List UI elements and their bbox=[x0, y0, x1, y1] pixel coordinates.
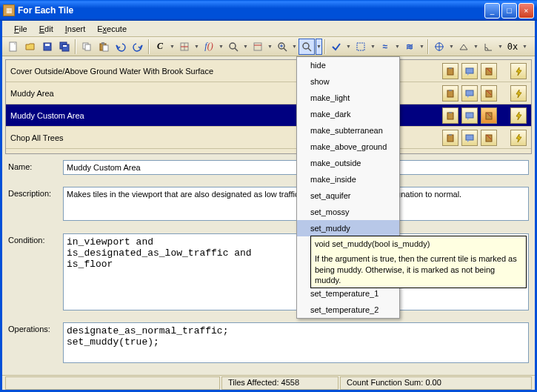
save-icon[interactable] bbox=[39, 39, 56, 55]
menu-execute[interactable]: Execute bbox=[91, 23, 133, 35]
flag-icon[interactable] bbox=[481, 85, 497, 102]
fx-icon[interactable]: f() bbox=[201, 39, 217, 55]
dropdown-item[interactable]: set_aquifer bbox=[297, 187, 399, 204]
angle-dropdown[interactable]: ▼ bbox=[497, 39, 504, 55]
open-icon[interactable] bbox=[22, 39, 39, 55]
slope-icon[interactable] bbox=[456, 39, 472, 55]
region-dropdown[interactable]: ▼ bbox=[370, 39, 376, 55]
maximize-button[interactable]: □ bbox=[501, 3, 517, 19]
check-icon[interactable] bbox=[328, 39, 344, 55]
svg-rect-41 bbox=[486, 113, 492, 119]
lightning-icon[interactable] bbox=[510, 130, 527, 146]
lightning-icon[interactable] bbox=[510, 85, 527, 102]
slope-dropdown[interactable]: ▼ bbox=[473, 39, 479, 55]
operations-input[interactable] bbox=[63, 322, 529, 363]
lightning-icon[interactable] bbox=[510, 107, 527, 124]
list-row[interactable]: Muddy Area bbox=[6, 82, 531, 104]
list-row[interactable]: Muddy Custom Area bbox=[6, 104, 531, 127]
zoom-plus-icon[interactable] bbox=[274, 39, 290, 55]
svg-line-15 bbox=[235, 48, 238, 51]
minimize-button[interactable]: _ bbox=[484, 3, 500, 19]
svg-rect-16 bbox=[254, 43, 261, 50]
dropdown-item[interactable]: make_outside bbox=[297, 155, 399, 171]
svg-rect-28 bbox=[447, 68, 453, 75]
target-icon[interactable] bbox=[431, 39, 447, 55]
flag-icon[interactable] bbox=[481, 63, 497, 79]
tilde-eq-dropdown[interactable]: ▼ bbox=[418, 39, 425, 55]
region-icon[interactable] bbox=[353, 39, 369, 55]
c-icon[interactable]: C bbox=[152, 39, 168, 55]
menu-file[interactable]: File bbox=[8, 23, 33, 35]
svg-rect-33 bbox=[447, 90, 453, 97]
tilde-icon[interactable]: ≈ bbox=[377, 39, 393, 55]
svg-rect-7 bbox=[85, 44, 90, 50]
svg-rect-38 bbox=[447, 113, 453, 119]
dropdown-item[interactable]: show bbox=[297, 73, 399, 90]
operations-label: Operations: bbox=[8, 322, 59, 333]
dropdown-item[interactable]: make_inside bbox=[297, 171, 399, 187]
dropdown-item[interactable]: make_above_ground bbox=[297, 139, 399, 155]
svg-point-22 bbox=[303, 43, 309, 49]
flag-icon[interactable] bbox=[481, 107, 497, 124]
magnify-dropdown[interactable]: ▼ bbox=[242, 39, 249, 55]
magnify-icon[interactable] bbox=[225, 39, 241, 55]
constant-icon[interactable] bbox=[250, 39, 266, 55]
dropdown-item[interactable]: set_temperature_2 bbox=[297, 302, 399, 318]
window-content: File Edit Insert Execute C ▼ ▼ f() ▼ ▼ ▼… bbox=[0, 21, 537, 392]
svg-rect-10 bbox=[103, 45, 108, 51]
copy-icon[interactable] bbox=[79, 39, 95, 55]
dropdown-item[interactable]: make_subterranean bbox=[297, 122, 399, 139]
toolbar: C ▼ ▼ f() ▼ ▼ ▼ ▼ ▼ ▼ ▼ ≈ ▼ ≋ ▼ ▼ ▼ ▼ 0x… bbox=[2, 37, 535, 56]
lightning-icon[interactable] bbox=[510, 63, 527, 79]
saveall-icon[interactable] bbox=[56, 39, 73, 55]
app-icon: ▦ bbox=[3, 4, 15, 16]
condition-label: Condition: bbox=[8, 233, 59, 245]
svg-rect-24 bbox=[357, 43, 364, 50]
dropdown-item[interactable]: hide bbox=[297, 57, 399, 73]
list-row[interactable]: Chop All Trees bbox=[6, 127, 531, 149]
insert-row-dropdown[interactable]: ▼ bbox=[193, 39, 200, 55]
svg-rect-35 bbox=[466, 90, 473, 96]
chat-icon[interactable] bbox=[461, 130, 478, 146]
flag-icon[interactable] bbox=[481, 130, 497, 146]
statusbar: Tiles Affected: 4558 Count Function Sum:… bbox=[2, 375, 535, 390]
status-count: Count Function Sum: 0.00 bbox=[340, 376, 532, 390]
svg-rect-2 bbox=[45, 44, 50, 46]
menu-edit[interactable]: Edit bbox=[33, 23, 59, 35]
dropdown-item[interactable]: make_dark bbox=[297, 106, 399, 122]
zoom-plus-dropdown[interactable]: ▼ bbox=[291, 39, 298, 55]
redo-icon[interactable] bbox=[130, 39, 146, 55]
undo-icon[interactable] bbox=[113, 39, 129, 55]
magnify2-dropdown[interactable]: ▼ bbox=[316, 39, 322, 55]
chat-icon[interactable] bbox=[461, 107, 478, 124]
dropdown-item[interactable]: set_mossy bbox=[297, 204, 399, 220]
menu-insert[interactable]: Insert bbox=[59, 23, 92, 35]
status-empty bbox=[5, 376, 220, 390]
insert-row-icon[interactable] bbox=[176, 39, 193, 55]
paste-icon[interactable] bbox=[96, 39, 112, 55]
tooltip: void set_muddy(bool is_muddy) If the arg… bbox=[310, 236, 527, 288]
svg-point-14 bbox=[230, 43, 236, 49]
magnify2-icon[interactable] bbox=[298, 39, 315, 55]
clipboard-icon[interactable] bbox=[442, 85, 458, 102]
clipboard-icon[interactable] bbox=[442, 130, 458, 146]
list-row[interactable]: Cover Outside/Above Ground Water With Br… bbox=[6, 60, 531, 82]
target-dropdown[interactable]: ▼ bbox=[448, 39, 455, 55]
tilde-dropdown[interactable]: ▼ bbox=[394, 39, 401, 55]
clipboard-icon[interactable] bbox=[442, 107, 458, 124]
angle-icon[interactable] bbox=[480, 39, 496, 55]
new-icon[interactable] bbox=[5, 39, 21, 55]
check-dropdown[interactable]: ▼ bbox=[345, 39, 352, 55]
fx-dropdown[interactable]: ▼ bbox=[218, 39, 224, 55]
clipboard-icon[interactable] bbox=[442, 63, 458, 79]
dropdown-item[interactable]: make_light bbox=[297, 90, 399, 106]
c-dropdown[interactable]: ▼ bbox=[169, 39, 176, 55]
hex-icon[interactable]: 0x bbox=[504, 39, 521, 55]
dropdown-item[interactable]: set_muddy bbox=[297, 220, 399, 236]
chat-icon[interactable] bbox=[461, 63, 478, 79]
tilde-eq-icon[interactable]: ≋ bbox=[401, 39, 418, 55]
constant-dropdown[interactable]: ▼ bbox=[267, 39, 273, 55]
hex-dropdown[interactable]: ▼ bbox=[521, 39, 528, 55]
chat-icon[interactable] bbox=[461, 85, 478, 102]
close-button[interactable]: × bbox=[518, 3, 534, 19]
